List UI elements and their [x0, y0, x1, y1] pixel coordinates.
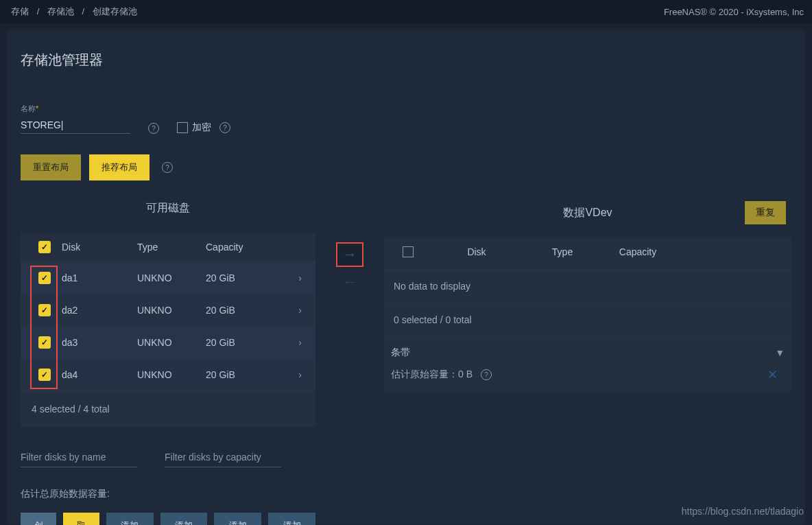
watermark-text: https://blog.csdn.net/tladagio — [682, 506, 804, 517]
suggest-layout-button[interactable]: 推荐布局 — [89, 154, 150, 180]
available-disks-title: 可用磁盘 — [21, 201, 315, 215]
help-icon[interactable]: ? — [162, 162, 173, 173]
copyright-text: FreeNAS® © 2020 - iXsystems, Inc — [664, 7, 804, 17]
vdev-no-data: No data to display — [384, 270, 791, 303]
select-all-checkbox[interactable]: ✓ — [38, 241, 51, 253]
cell-disk: da2 — [62, 305, 137, 316]
cell-capacity: 20 GiB — [206, 369, 274, 380]
cell-disk: da1 — [62, 272, 137, 283]
breadcrumb: 存储 / 存储池 / 创建存储池 — [8, 5, 140, 18]
table-row[interactable]: ✓ da2 UNKNO 20 GiB › — [21, 294, 315, 327]
vdev-col-type[interactable]: Type — [528, 246, 597, 259]
cell-disk: da3 — [62, 337, 137, 348]
cell-capacity: 20 GiB — [206, 272, 274, 283]
cell-type: UNKNO — [137, 337, 206, 348]
vdev-col-capacity[interactable]: Capacity — [597, 246, 679, 259]
row-checkbox[interactable]: ✓ — [38, 304, 51, 316]
filter-by-name-input[interactable] — [21, 447, 137, 467]
name-input[interactable] — [21, 117, 130, 134]
name-label: 名称* — [21, 104, 130, 114]
expand-icon[interactable]: › — [274, 337, 302, 348]
table-row[interactable]: ✓ da4 UNKNO 20 GiB › — [21, 359, 315, 391]
filter-by-capacity-input[interactable] — [165, 447, 281, 467]
cell-capacity: 20 GiB — [206, 337, 274, 348]
move-right-button[interactable]: → — [336, 242, 363, 267]
vdev-col-disk[interactable]: Disk — [425, 246, 528, 259]
col-type[interactable]: Type — [137, 242, 206, 253]
available-disks-table: ✓ Disk Type Capacity ✓ da1 UNKNO 20 GiB … — [21, 233, 315, 427]
help-icon[interactable]: ? — [219, 122, 230, 133]
help-icon[interactable]: ? — [148, 123, 159, 134]
cell-type: UNKNO — [137, 305, 206, 316]
add-spare-button[interactable]: 添加备用 — [268, 513, 315, 525]
col-disk[interactable]: Disk — [62, 242, 137, 253]
breadcrumb-create-pool: 创建存储池 — [93, 6, 137, 16]
vdev-title: 数据VDev — [431, 206, 745, 220]
cancel-button[interactable]: 取消 — [63, 513, 99, 525]
encrypt-label: 加密 — [192, 121, 211, 134]
add-cache-button[interactable]: 添加缓存 — [160, 513, 208, 525]
cell-disk: da4 — [62, 369, 137, 380]
encrypt-checkbox[interactable] — [177, 122, 188, 133]
add-log-button[interactable]: 添加日志 — [214, 513, 261, 525]
row-checkbox[interactable]: ✓ — [38, 272, 51, 284]
row-checkbox[interactable]: ✓ — [38, 336, 51, 349]
vdev-table: Disk Type Capacity No data to display 0 … — [384, 237, 791, 392]
vdev-select-all-checkbox[interactable] — [403, 246, 414, 257]
page-title: 存储池管理器 — [21, 51, 791, 69]
cell-capacity: 20 GiB — [206, 305, 274, 316]
expand-icon[interactable]: › — [274, 369, 302, 380]
add-data-button[interactable]: 添加数据 — [106, 513, 154, 525]
vdev-reset-button[interactable]: 重复 — [745, 201, 786, 224]
estimated-total-label: 估计总原始数据容量: — [21, 488, 315, 500]
row-checkbox[interactable]: ✓ — [38, 369, 51, 381]
vdev-est-raw: 估计原始容量：0 B — [391, 369, 473, 381]
col-capacity[interactable]: Capacity — [206, 242, 274, 253]
table-row[interactable]: ✓ da1 UNKNO 20 GiB › — [21, 262, 315, 294]
vdev-remove-button[interactable]: ✕ — [767, 367, 785, 382]
create-button[interactable]: 创建 — [21, 513, 56, 525]
chevron-down-icon: ▼ — [775, 347, 785, 358]
breadcrumb-pools[interactable]: 存储池 — [47, 6, 74, 16]
expand-icon[interactable]: › — [274, 305, 302, 316]
cell-type: UNKNO — [137, 272, 206, 283]
breadcrumb-storage[interactable]: 存储 — [11, 6, 29, 16]
move-left-button[interactable]: ← — [336, 270, 363, 294]
cell-type: UNKNO — [137, 369, 206, 380]
vdev-layout-select[interactable]: 条带 ▼ — [384, 336, 791, 363]
expand-icon[interactable]: › — [274, 272, 302, 283]
vdev-selection-count: 0 selected / 0 total — [384, 303, 791, 336]
help-icon[interactable]: ? — [481, 369, 492, 380]
table-row[interactable]: ✓ da3 UNKNO 20 GiB › — [21, 327, 315, 359]
reset-layout-button[interactable]: 重置布局 — [21, 154, 81, 180]
table-selection-count: 4 selected / 4 total — [21, 391, 315, 427]
